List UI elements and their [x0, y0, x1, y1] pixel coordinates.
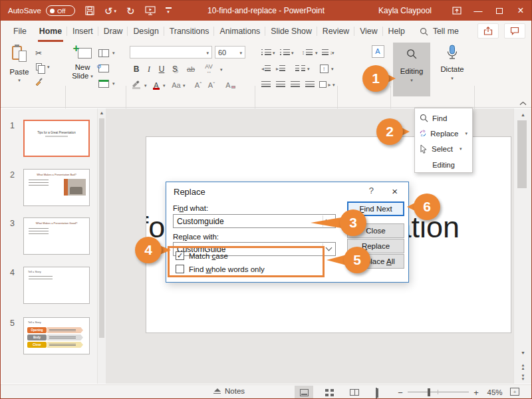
panel-scrollbar-thumb[interactable]: [99, 118, 104, 338]
convert-to-smartart-button[interactable]: ▸: [319, 78, 332, 90]
tab-review[interactable]: Review: [317, 21, 354, 42]
share-button[interactable]: [477, 23, 499, 39]
dropdown-icon[interactable]: ▾: [183, 83, 186, 88]
strikethrough-button[interactable]: ab: [184, 63, 198, 75]
highlight-color-button[interactable]: [130, 79, 143, 91]
slide-thumbnail-2[interactable]: What Makes a Presentation Bad?: [23, 169, 90, 206]
slide-thumbnail-5[interactable]: Tell a Story Opening Body Close: [23, 317, 90, 354]
tell-me-box[interactable]: Tell me: [420, 27, 459, 36]
user-name[interactable]: Kayla Claypool: [378, 6, 432, 15]
cut-button[interactable]: ✂: [33, 47, 45, 59]
align-text-button[interactable]: ↕: [317, 63, 331, 74]
slide-thumbnail-3[interactable]: What Makes a Presentation Good?: [23, 217, 90, 255]
minimize-button[interactable]: —: [467, 1, 489, 21]
menu-item-select[interactable]: Select ▾: [415, 141, 472, 156]
dropdown-icon[interactable]: ▾: [332, 51, 334, 56]
save-button[interactable]: [85, 6, 94, 15]
tab-file[interactable]: File: [6, 21, 34, 42]
tab-help[interactable]: Help: [383, 21, 410, 42]
text-box-button[interactable]: A: [370, 44, 385, 59]
close-button[interactable]: ×: [510, 1, 531, 21]
decrease-font-size-button[interactable]: Aˇ: [205, 79, 217, 91]
tab-insert[interactable]: Insert: [67, 21, 98, 42]
zoom-slider-thumb[interactable]: [428, 388, 430, 396]
dropdown-icon[interactable]: ▾: [144, 83, 147, 88]
dropdown-icon[interactable]: ▾: [220, 67, 223, 72]
tab-draw[interactable]: Draw: [98, 21, 128, 42]
scroll-up-icon[interactable]: ▲: [98, 110, 106, 115]
slide-thumbnail-4[interactable]: Tell a Story: [23, 267, 90, 304]
scroll-up-icon[interactable]: ▲: [514, 112, 532, 117]
dialog-close-icon[interactable]: ×: [392, 186, 398, 197]
previous-slide-button[interactable]: ▲▲: [514, 364, 532, 370]
bullets-button[interactable]: [260, 47, 272, 59]
dropdown-icon[interactable]: ▾: [332, 82, 335, 88]
next-slide-button[interactable]: ▼▼: [514, 374, 532, 381]
align-right-button[interactable]: [289, 78, 301, 90]
text-shadow-button[interactable]: S: [170, 63, 180, 75]
zoom-slider-track[interactable]: [408, 392, 469, 392]
new-slide-button[interactable]: + New Slide ▾: [68, 45, 96, 80]
align-center-button[interactable]: [275, 78, 287, 90]
slideshow-view-button[interactable]: [370, 386, 389, 399]
font-name-combo[interactable]: ▾: [130, 46, 212, 59]
font-color-button[interactable]: A: [151, 79, 162, 91]
tab-design[interactable]: Design: [128, 21, 164, 42]
character-spacing-button[interactable]: AV↔: [201, 63, 216, 75]
dropdown-icon[interactable]: ▾: [273, 51, 275, 56]
decrease-indent-button[interactable]: ◂: [260, 63, 272, 74]
slide-thumbnail-1[interactable]: Tips for a Great Presentation: [23, 120, 90, 157]
canvas-scrollbar-thumb[interactable]: [517, 120, 527, 188]
slide-layout-button[interactable]: [98, 47, 110, 59]
bold-button[interactable]: B: [131, 63, 142, 75]
dropdown-icon[interactable]: ▾: [112, 81, 115, 86]
maximize-button[interactable]: [489, 1, 510, 21]
underline-button[interactable]: U: [156, 63, 167, 75]
dropdown-icon[interactable]: ▾: [163, 83, 166, 88]
align-left-button[interactable]: [260, 78, 272, 90]
fit-slide-to-window-button[interactable]: +: [510, 388, 519, 396]
zoom-out-button[interactable]: −: [396, 386, 405, 399]
collapse-ribbon-button[interactable]: [519, 98, 527, 108]
paste-button[interactable]: Paste ▾: [7, 45, 31, 82]
numbering-button[interactable]: [279, 47, 291, 59]
reset-slide-button[interactable]: ↺: [98, 63, 110, 74]
justify-button[interactable]: [304, 78, 316, 90]
tab-home[interactable]: Home: [34, 21, 67, 42]
dropdown-icon[interactable]: ▾: [315, 51, 318, 56]
canvas-scrollbar[interactable]: ▲ ▼ ▲▲ ▼▼: [513, 108, 532, 384]
slide-sorter-view-button[interactable]: [320, 386, 338, 399]
dialog-help-button[interactable]: ?: [369, 186, 374, 196]
italic-button[interactable]: I: [144, 63, 154, 75]
menu-item-find[interactable]: Find: [415, 110, 472, 126]
format-painter-button[interactable]: [33, 75, 45, 87]
start-slideshow-button[interactable]: [145, 6, 156, 15]
copy-dropdown-icon[interactable]: ▾: [47, 65, 50, 70]
normal-view-button[interactable]: [295, 386, 313, 399]
ribbon-display-options-button[interactable]: [446, 1, 467, 21]
line-spacing-button[interactable]: ↕: [300, 47, 315, 59]
section-button[interactable]: [98, 78, 110, 90]
autosave-toggle[interactable]: Off: [46, 5, 75, 16]
redo-button[interactable]: ↻: [126, 6, 135, 16]
tab-animations[interactable]: Animations: [214, 21, 265, 42]
comments-button[interactable]: [504, 23, 525, 39]
zoom-level-value[interactable]: 45%: [483, 386, 506, 399]
notes-button[interactable]: Notes: [213, 387, 245, 395]
increase-indent-button[interactable]: ▸: [275, 63, 287, 74]
columns-button[interactable]: [293, 63, 307, 74]
dictate-button[interactable]: Dictate ▾: [433, 45, 471, 80]
find-what-input[interactable]: [177, 215, 321, 227]
undo-button[interactable]: ↺ ▾: [104, 6, 116, 16]
reading-view-button[interactable]: [345, 386, 364, 399]
scroll-down-icon[interactable]: ▼: [514, 350, 532, 355]
tab-transitions[interactable]: Transitions: [164, 21, 215, 42]
zoom-in-button[interactable]: +: [471, 386, 481, 399]
increase-font-size-button[interactable]: Aˆ: [192, 79, 204, 91]
menu-item-replace[interactable]: b c Replace ▾: [415, 126, 472, 141]
copy-button[interactable]: [33, 61, 45, 72]
quick-access-customize-button[interactable]: ▾: [166, 7, 172, 14]
tab-view[interactable]: View: [354, 21, 382, 42]
font-size-combo[interactable]: 60▾: [215, 46, 245, 59]
tab-slide-show[interactable]: Slide Show: [265, 21, 317, 42]
